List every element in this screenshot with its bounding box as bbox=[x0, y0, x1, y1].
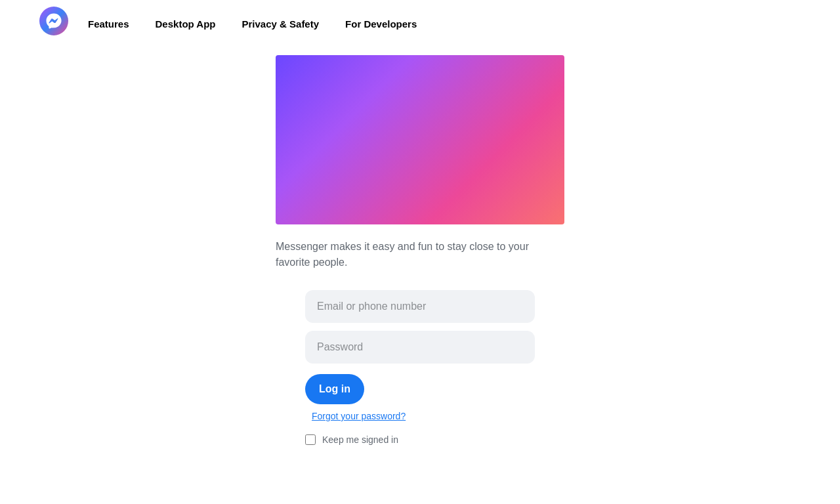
nav-item-features[interactable]: Features bbox=[88, 13, 142, 35]
hero-image bbox=[276, 55, 564, 224]
password-field[interactable] bbox=[305, 331, 535, 364]
messenger-logo-icon bbox=[45, 12, 62, 30]
forgot-password-link[interactable]: Forgot your password? bbox=[312, 411, 535, 421]
nav-item-privacy-safety[interactable]: Privacy & Safety bbox=[228, 13, 332, 35]
login-form: Log in Forgot your password? Keep me sig… bbox=[305, 290, 535, 445]
keep-signed-in-checkbox[interactable] bbox=[305, 434, 316, 445]
nav-item-for-developers[interactable]: For Developers bbox=[332, 13, 430, 35]
logo-container bbox=[39, 7, 68, 35]
header: Features Desktop App Privacy & Safety Fo… bbox=[0, 0, 840, 42]
keep-signed-in-label[interactable]: Keep me signed in bbox=[322, 434, 398, 445]
messenger-logo bbox=[39, 7, 68, 35]
main-nav: Features Desktop App Privacy & Safety Fo… bbox=[88, 13, 430, 35]
nav-item-desktop-app[interactable]: Desktop App bbox=[142, 13, 229, 35]
tagline: Messenger makes it easy and fun to stay … bbox=[276, 239, 564, 270]
main-content: Messenger makes it easy and fun to stay … bbox=[158, 42, 682, 458]
keep-signed-in-container: Keep me signed in bbox=[305, 434, 535, 445]
login-button[interactable]: Log in bbox=[305, 374, 364, 404]
email-field[interactable] bbox=[305, 290, 535, 323]
button-row: Log in Forgot your password? bbox=[305, 371, 535, 421]
